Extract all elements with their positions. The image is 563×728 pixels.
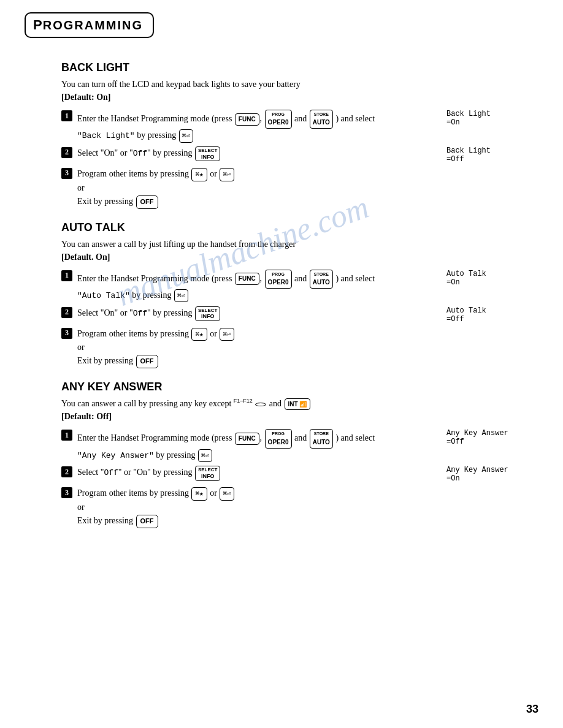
step-2-text: Select "On" or "Off" by pressing SELECTI… [77,146,221,161]
menu-item-auto-talk: "Auto Talk" [77,291,130,300]
section-auto-talk: AUTO TALK You can answer a call by just … [25,221,538,369]
step-at3-text: Program other items by pressing ⌘★ or ⌘⏎… [77,327,235,369]
step-auto-talk-3: 3 Program other items by pressing ⌘★ or … [61,327,538,369]
step-1-text: Enter the Handset Programming mode (pres… [77,110,375,143]
hash-key-ak2: ⌘⏎ [220,487,234,501]
steps-back-light: 1 Enter the Handset Programming mode (pr… [61,110,538,209]
lcd-auto-talk-off: Auto Talk=Off [446,306,538,324]
section-title-any-key: ANY KEY ANSWER [61,381,538,393]
menu-item-any-key: "Any Key Answer" [77,451,154,460]
section-title-auto-talk: AUTO TALK [61,221,538,234]
off-key-at: OFF [136,355,158,368]
step-3-text: Program other items by pressing ⌘★ or ⌘⏎… [77,167,235,209]
hash-key-ak: ⌘⏎ [198,449,212,463]
hash-star-key-at: ⌘★ [191,328,207,341]
oper-key-ak: PROGOPER0 [265,429,292,448]
hash-key-2: ⌘⏎ [220,168,234,181]
lcd-back-light-on: Back Light=On [446,110,538,127]
step-back-light-3: 3 Program other items by pressing ⌘★ or … [61,167,538,209]
step-number-at3: 3 [61,328,72,339]
step-back-light-1: 1 Enter the Handset Programming mode (pr… [61,110,538,143]
off-key-ak: OFF [136,515,158,528]
step-ak3-text: Program other items by pressing ⌘★ or ⌘⏎… [77,487,235,528]
func-key-at: FUNC [235,273,259,285]
desc-auto-talk: You can answer a call by just lifting up… [61,238,538,264]
section-any-key-answer: ANY KEY ANSWER You can answer a call by … [25,381,538,528]
oper-key: PROGOPER0 [265,110,292,129]
hash-key-at: ⌘⏎ [174,289,188,303]
header-title: PROGRAMMING [33,18,143,32]
page-number: 33 [526,703,538,716]
step-number-3: 3 [61,168,72,179]
step-ak1-text: Enter the Handset Programming mode (pres… [77,429,375,462]
lcd-any-key-on: Any Key Answer=On [446,466,538,483]
step-any-key-2: 2 Select "Off" or "On" by pressing SELEC… [61,466,538,483]
step-number-2: 2 [61,147,72,158]
func-key: FUNC [235,113,259,126]
section-back-light: BACK LIGHT You can turn off the LCD and … [25,61,538,209]
step-number-ak2: 2 [61,466,72,477]
step-number-ak3: 3 [61,487,72,498]
hash-key: ⌘⏎ [179,129,193,143]
store-key-at: STOREAUTO [310,270,333,289]
desc-any-key: You can answer a call by pressing any ke… [61,397,538,423]
step-any-key-1: 1 Enter the Handset Programming mode (pr… [61,429,538,462]
menu-item-back-light: "Back Light" [77,131,135,140]
and-label: and [294,114,307,123]
and-label-ak: and [269,399,282,408]
section-title-back-light: BACK LIGHT [61,61,538,74]
func-key-ak: FUNC [235,433,259,445]
step-number-ak1: 1 [61,430,72,441]
step-any-key-3: 3 Program other items by pressing ⌘★ or … [61,487,538,528]
off-key: OFF [136,195,158,209]
step-at2-text: Select "On" or "Off" by pressing SELECTI… [77,306,221,321]
lcd-any-key-off: Any Key Answer=Off [446,429,538,446]
select-info-key-ak: SELECTINFO [195,466,221,480]
step-number-at2: 2 [61,307,72,318]
step-auto-talk-1: 1 Enter the Handset Programming mode (pr… [61,270,538,303]
hash-star-key: ⌘★ [191,168,207,181]
lcd-auto-talk-on: Auto Talk=On [446,270,538,287]
select-info-key-at: SELECTINFO [195,306,221,321]
steps-auto-talk: 1 Enter the Handset Programming mode (pr… [61,270,538,369]
f1-f12-key [255,403,266,406]
step-number-1: 1 [61,110,72,121]
store-key: STOREAUTO [310,110,333,129]
and-label-at: and [294,273,307,282]
and-label-ak2: and [294,433,307,442]
step-auto-talk-2: 2 Select "On" or "Off" by pressing SELEC… [61,306,538,324]
oper-key-at: PROGOPER0 [265,270,292,289]
store-key-ak: STOREAUTO [310,429,333,448]
desc-back-light: You can turn off the LCD and keypad back… [61,78,538,104]
header-box: PROGRAMMING [25,12,154,38]
hash-key-at2: ⌘⏎ [220,328,234,341]
step-number-at1: 1 [61,270,72,281]
step-ak2-text: Select "Off" or "On" by pressing SELECTI… [77,466,221,480]
int-key: INT 📶 [285,398,311,410]
hash-star-key-ak: ⌘★ [191,487,207,501]
step-back-light-2: 2 Select "On" or "Off" by pressing SELEC… [61,146,538,164]
step-at1-text: Enter the Handset Programming mode (pres… [77,270,375,303]
lcd-back-light-off: Back Light=Off [446,146,538,164]
steps-any-key: 1 Enter the Handset Programming mode (pr… [61,429,538,528]
select-info-key: SELECTINFO [195,146,221,161]
